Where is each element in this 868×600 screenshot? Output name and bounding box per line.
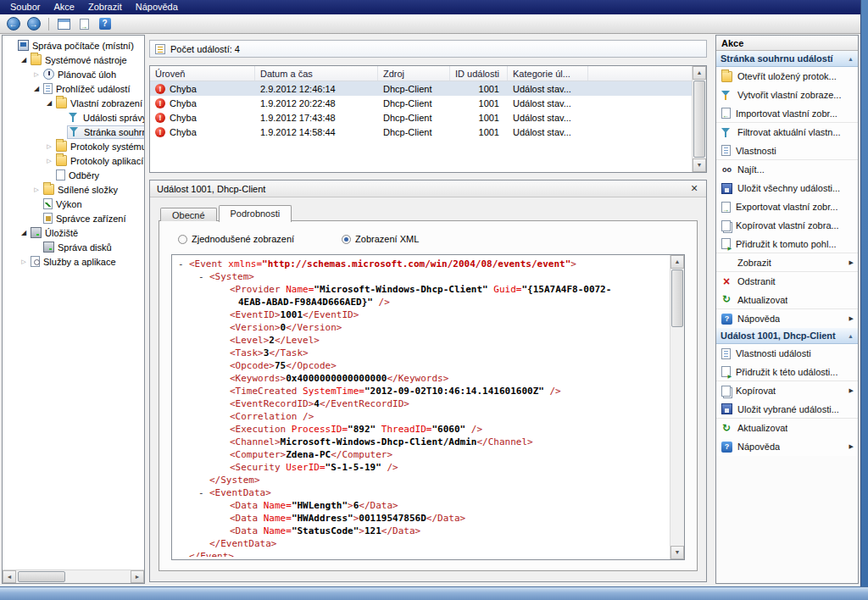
column-header-3[interactable]: ID události: [450, 66, 508, 81]
action-item[interactable]: Importovat vlastní zobr...: [716, 104, 858, 123]
action-item-label: Přidružit k tomuto pohl...: [736, 239, 837, 249]
collapse-arrow-icon[interactable]: ◢: [44, 99, 54, 107]
scroll-up-button[interactable]: [693, 66, 706, 80]
action-item[interactable]: Aktualizovat: [716, 291, 858, 309]
action-item[interactable]: Vytvořit vlastní zobraze...: [716, 86, 858, 104]
xml-line: <Task>3</Task>: [176, 347, 667, 359]
tree-item[interactable]: Události správy: [3, 110, 144, 125]
expand-arrow-icon[interactable]: ▷: [31, 71, 42, 78]
tree-item[interactable]: Správa počítače (místní): [3, 38, 144, 53]
collapse-arrow-icon[interactable]: ◢: [31, 85, 42, 92]
tree-item[interactable]: ◢Úložiště: [3, 225, 144, 240]
tree-horizontal-scrollbar[interactable]: [3, 569, 144, 583]
scroll-track[interactable]: [670, 269, 684, 546]
help-button[interactable]: ?: [96, 16, 114, 32]
level-text: Chyba: [170, 113, 197, 123]
menu-item-0[interactable]: Soubor: [3, 0, 47, 14]
action-item[interactable]: Zobrazit▶: [716, 253, 858, 272]
open-folder-icon: [721, 71, 732, 82]
action-item[interactable]: Vlastnosti: [716, 142, 858, 160]
menu-item-3[interactable]: Nápověda: [129, 0, 185, 14]
xml-collapse-marker[interactable]: -: [198, 270, 209, 283]
tree-item[interactable]: ▷Služby a aplikace: [3, 254, 144, 269]
event-row[interactable]: !Chyba1.9.2012 14:58:44Dhcp-Client1001Ud…: [150, 125, 692, 139]
action-item[interactable]: Aktualizovat: [716, 419, 858, 437]
tree-item[interactable]: Výkon: [3, 197, 144, 211]
expand-arrow-icon[interactable]: ▷: [44, 158, 54, 164]
collapse-arrow-icon[interactable]: ◢: [19, 229, 29, 236]
scroll-left-button[interactable]: [3, 570, 16, 583]
back-button[interactable]: ←: [4, 16, 22, 32]
radio-option-1[interactable]: Zobrazení XML: [342, 234, 419, 244]
action-section-title: Událost 1001, Dhcp-Client: [721, 331, 836, 341]
xml-line: <Keywords>0x4000000000000000</Keywords>: [176, 372, 667, 385]
collapse-chevron-icon[interactable]: ▲: [848, 333, 854, 339]
xml-collapse-marker[interactable]: -: [178, 258, 189, 270]
menu-item-2[interactable]: Zobrazit: [81, 0, 129, 14]
scroll-right-button[interactable]: [131, 570, 144, 583]
event-row[interactable]: !Chyba2.9.2012 12:46:14Dhcp-Client1001Ud…: [150, 81, 692, 96]
action-section-header-1[interactable]: Událost 1001, Dhcp-Client▲: [716, 328, 858, 344]
collapse-arrow-icon[interactable]: ◢: [19, 56, 29, 64]
radio-option-0[interactable]: Zjednodušené zobrazení: [178, 234, 294, 244]
list-vertical-scrollbar[interactable]: [692, 66, 706, 172]
menu-item-1[interactable]: Akce: [47, 0, 81, 14]
column-header-1[interactable]: Datum a čas: [255, 66, 378, 81]
action-item[interactable]: Kopírovat vlastní zobra...: [716, 216, 858, 235]
tree-item[interactable]: Odběry: [3, 168, 144, 182]
scroll-down-button[interactable]: [693, 158, 706, 172]
tab-1[interactable]: Podrobnosti: [219, 205, 292, 222]
close-preview-button[interactable]: [687, 182, 701, 196]
scheduler-icon: [43, 69, 54, 80]
export-list-button[interactable]: [75, 16, 93, 32]
tree-item[interactable]: Správa disků: [3, 240, 144, 254]
scroll-down-button[interactable]: [670, 546, 684, 559]
action-item[interactable]: Přidružit k tomuto pohl...: [716, 235, 858, 253]
action-item[interactable]: Filtrovat aktuální vlastn...: [716, 123, 858, 142]
xml-token: <Security: [230, 462, 286, 473]
action-item[interactable]: Kopírovat▶: [716, 381, 858, 400]
xml-collapse-marker[interactable]: -: [198, 486, 209, 499]
preview-header: Událost 1001, Dhcp-Client: [150, 181, 706, 197]
action-item[interactable]: Najít...: [716, 160, 858, 179]
action-item[interactable]: Otevřít uložený protok...: [716, 67, 858, 86]
tree-item[interactable]: ▷Protokoly aplikací a: [3, 153, 144, 168]
column-header-2[interactable]: Zdroj: [378, 66, 450, 81]
collapse-chevron-icon[interactable]: ▲: [848, 56, 854, 62]
scroll-track[interactable]: [16, 570, 131, 583]
tree-item[interactable]: ◢Prohlížeč událostí: [3, 81, 144, 96]
tree-item[interactable]: Stránka souhrnu: [3, 125, 144, 139]
action-item[interactable]: Uložit všechny události...: [716, 179, 858, 197]
expand-arrow-icon[interactable]: ▷: [31, 186, 42, 193]
action-item[interactable]: Vlastnosti události: [716, 344, 858, 363]
forward-button[interactable]: →: [25, 16, 42, 32]
tree-item[interactable]: ◢Systémové nástroje: [3, 53, 144, 67]
tree-item[interactable]: ▷Protokoly systému W: [3, 139, 144, 153]
action-item[interactable]: Uložit vybrané události...: [716, 400, 858, 419]
scroll-thumb[interactable]: [18, 571, 65, 582]
expand-arrow-icon[interactable]: ▷: [19, 258, 29, 265]
tree-item[interactable]: ▷Sdílené složky: [3, 182, 144, 197]
scroll-up-button[interactable]: [670, 255, 684, 269]
action-item[interactable]: Nápověda▶: [716, 437, 858, 456]
action-item[interactable]: Exportovat vlastní zobr...: [716, 197, 858, 216]
column-header-0[interactable]: Úroveň: [150, 66, 255, 81]
action-section-header-0[interactable]: Stránka souhrnu událostí▲: [716, 51, 858, 67]
scroll-thumb[interactable]: [693, 81, 705, 158]
action-item[interactable]: Nápověda▶: [716, 309, 858, 328]
tree-item[interactable]: Správce zařízení: [3, 211, 144, 225]
taskbar[interactable]: [0, 586, 868, 600]
show-console-tree-button[interactable]: [55, 16, 73, 32]
expand-arrow-icon[interactable]: ▷: [44, 143, 54, 150]
tree-item[interactable]: ◢Vlastní zobrazení: [3, 96, 144, 110]
tab-0[interactable]: Obecné: [160, 208, 217, 221]
scroll-thumb[interactable]: [671, 269, 683, 327]
action-item[interactable]: Odstranit: [716, 272, 858, 291]
action-item[interactable]: Přidružit k této události...: [716, 363, 858, 381]
event-row[interactable]: !Chyba1.9.2012 20:22:48Dhcp-Client1001Ud…: [150, 96, 692, 110]
xml-vertical-scrollbar[interactable]: [670, 255, 684, 559]
tree-item[interactable]: ▷Plánovač úloh: [3, 67, 144, 81]
scroll-track[interactable]: [693, 80, 706, 158]
column-header-4[interactable]: Kategorie úl...: [508, 66, 588, 81]
event-row[interactable]: !Chyba1.9.2012 17:43:48Dhcp-Client1001Ud…: [150, 110, 692, 125]
